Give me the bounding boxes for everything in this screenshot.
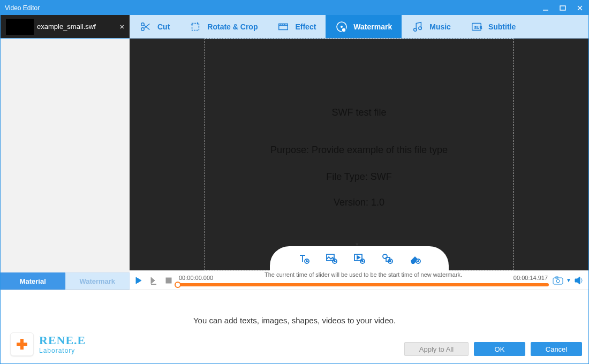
file-close-button[interactable]: × xyxy=(115,22,130,31)
logo-main: RENE.E xyxy=(39,335,86,346)
tab-music-label: Music xyxy=(429,22,451,31)
side-tab-watermark[interactable]: Watermark xyxy=(65,272,130,290)
film-icon xyxy=(277,20,290,33)
subtitle-icon: SUB xyxy=(470,20,483,33)
tab-rotate-label: Rotate & Crop xyxy=(207,22,258,31)
watermark-toolbar: ▾ xyxy=(289,246,429,271)
add-video-button[interactable] xyxy=(352,252,366,266)
add-image-button[interactable] xyxy=(324,252,338,266)
play-button[interactable] xyxy=(133,275,145,286)
svg-rect-44 xyxy=(166,278,171,283)
preview-area: SWF test file Purpose: Provide example o… xyxy=(130,39,588,270)
tab-subtitle-label: Subtitle xyxy=(488,22,516,31)
scissors-icon xyxy=(139,20,152,33)
tab-watermark-label: Watermark xyxy=(353,22,392,31)
svg-point-4 xyxy=(141,22,145,26)
preview-line-3: File Type: SWF xyxy=(130,171,588,183)
tab-effect[interactable]: Effect xyxy=(267,15,326,38)
side-tab-watermark-label: Watermark xyxy=(79,277,115,285)
timeline[interactable]: The current time of slider will be used … xyxy=(178,271,549,290)
svg-text:SUB: SUB xyxy=(474,25,482,29)
svg-marker-42 xyxy=(151,277,155,284)
ok-label: OK xyxy=(495,345,505,353)
svg-point-5 xyxy=(141,27,145,31)
crop-icon xyxy=(189,20,202,33)
svg-rect-9 xyxy=(279,24,288,29)
timeline-track[interactable] xyxy=(178,283,549,286)
snapshot-button[interactable] xyxy=(552,275,564,286)
bottom-panel: You can add texts, images, shapes, video… xyxy=(1,290,588,363)
tab-watermark[interactable]: Watermark xyxy=(326,15,402,38)
watermark-icon xyxy=(335,20,348,33)
add-text-button[interactable] xyxy=(297,252,311,266)
tab-bar: Cut Rotate & Crop Effect Watermark Music… xyxy=(130,15,588,39)
side-panel: example_small.swf × Material Watermark xyxy=(1,15,130,290)
tab-subtitle[interactable]: SUB Subtitle xyxy=(460,15,525,38)
tab-effect-label: Effect xyxy=(295,22,316,31)
brand-logo: RENE.E Laboratory xyxy=(10,332,86,356)
ok-button[interactable]: OK xyxy=(474,342,525,356)
logo-sub: Laboratory xyxy=(39,347,86,354)
panel-hint: You can add texts, images, shapes, video… xyxy=(1,316,588,325)
step-button[interactable] xyxy=(148,275,160,286)
side-empty xyxy=(1,39,130,272)
maximize-button[interactable] xyxy=(554,1,571,15)
svg-marker-29 xyxy=(357,256,360,259)
window-title: Video Editor xyxy=(5,4,537,12)
title-bar: Video Editor xyxy=(1,1,588,15)
chevron-down-icon[interactable]: ▾ xyxy=(356,241,363,246)
dialog-buttons: Apply to All OK Cancel xyxy=(404,342,582,356)
side-tab-material-label: Material xyxy=(20,277,46,285)
snapshot-dropdown-icon[interactable]: ▼ xyxy=(566,277,571,283)
add-eraser-button[interactable] xyxy=(408,252,422,266)
cancel-button[interactable]: Cancel xyxy=(531,342,582,356)
tab-music[interactable]: Music xyxy=(402,15,460,38)
add-shape-button[interactable] xyxy=(380,252,394,266)
svg-rect-45 xyxy=(553,278,563,284)
file-name: example_small.swf xyxy=(37,22,115,31)
preview-line-1: SWF test file xyxy=(130,107,588,118)
svg-marker-48 xyxy=(575,277,580,284)
tab-rotate[interactable]: Rotate & Crop xyxy=(179,15,267,38)
side-tabs: Material Watermark xyxy=(1,272,130,290)
apply-all-label: Apply to All xyxy=(419,345,454,353)
file-thumbnail xyxy=(6,19,34,35)
cancel-label: Cancel xyxy=(546,345,567,353)
file-tab[interactable]: example_small.swf × xyxy=(1,15,130,39)
music-icon xyxy=(411,20,424,33)
svg-rect-1 xyxy=(560,6,565,10)
tab-cut[interactable]: Cut xyxy=(130,15,179,38)
svg-point-15 xyxy=(341,26,343,28)
svg-marker-41 xyxy=(136,277,141,284)
main-area: Cut Rotate & Crop Effect Watermark Music… xyxy=(130,15,588,290)
plus-icon xyxy=(10,332,34,356)
tab-cut-label: Cut xyxy=(157,22,170,31)
preview-line-4: Version: 1.0 xyxy=(130,197,588,208)
timeline-hint: The current time of slider will be used … xyxy=(178,271,549,278)
svg-rect-8 xyxy=(192,23,199,30)
minimize-button[interactable] xyxy=(537,1,554,15)
close-button[interactable] xyxy=(571,1,588,15)
side-tab-material[interactable]: Material xyxy=(1,272,65,290)
svg-point-16 xyxy=(342,28,346,32)
apply-all-button[interactable]: Apply to All xyxy=(404,342,469,356)
preview-line-2: Purpose: Provide example of this file ty… xyxy=(130,145,588,156)
stop-button[interactable] xyxy=(163,275,175,286)
playback-controls: The current time of slider will be used … xyxy=(130,270,588,290)
svg-rect-50 xyxy=(17,343,27,346)
timeline-thumb[interactable] xyxy=(175,282,181,288)
volume-button[interactable] xyxy=(573,275,585,286)
svg-point-46 xyxy=(556,279,560,283)
